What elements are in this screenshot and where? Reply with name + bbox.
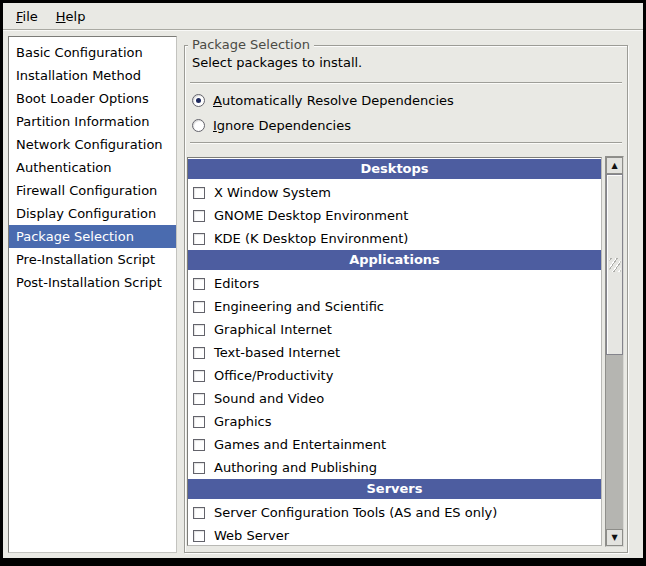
package-row[interactable]: Graphics <box>188 410 601 433</box>
window-body: File Help Basic Configuration Installati… <box>3 3 643 558</box>
package-row[interactable]: Editors <box>188 272 601 295</box>
package-row[interactable]: KDE (K Desktop Environment) <box>188 227 601 250</box>
package-label: Editors <box>214 276 259 291</box>
package-label: Graphical Internet <box>214 322 332 337</box>
package-label: Web Server <box>214 528 289 543</box>
sidebar-item-authentication[interactable]: Authentication <box>9 156 176 179</box>
menu-help[interactable]: Help <box>47 6 95 27</box>
radio-label: Ignore Dependencies <box>213 118 351 133</box>
package-label: Graphics <box>214 414 271 429</box>
package-row[interactable]: Server Configuration Tools (AS and ES on… <box>188 501 601 524</box>
checkbox-icon[interactable] <box>193 278 205 290</box>
package-label: KDE (K Desktop Environment) <box>214 231 408 246</box>
separator <box>190 82 622 84</box>
package-row[interactable]: Engineering and Scientific <box>188 295 601 318</box>
scrollbar-track[interactable] <box>606 174 623 529</box>
menu-file[interactable]: File <box>7 6 47 27</box>
checkbox-icon[interactable] <box>193 370 205 382</box>
package-group-list: Desktops X Window System GNOME Desktop E… <box>187 157 602 546</box>
checkbox-icon[interactable] <box>193 324 205 336</box>
scroll-down-button[interactable]: ▼ <box>606 529 623 546</box>
checkbox-icon[interactable] <box>193 347 205 359</box>
checkbox-icon[interactable] <box>193 233 205 245</box>
radio-button-icon[interactable] <box>192 119 205 132</box>
sidebar-item-pre-installation-script[interactable]: Pre-Installation Script <box>9 248 176 271</box>
package-row[interactable]: Text-based Internet <box>188 341 601 364</box>
section-header-desktops: Desktops <box>188 159 601 179</box>
down-arrow-icon: ▼ <box>611 534 617 542</box>
frame-title: Package Selection <box>188 37 314 52</box>
package-label: Engineering and Scientific <box>214 299 384 314</box>
scrollbar-grip-icon <box>609 258 620 272</box>
sidebar-item-network-configuration[interactable]: Network Configuration <box>9 133 176 156</box>
checkbox-icon[interactable] <box>193 416 205 428</box>
sidebar-item-package-selection[interactable]: Package Selection <box>9 225 176 248</box>
config-section-list: Basic Configuration Installation Method … <box>8 36 177 553</box>
checkbox-icon[interactable] <box>193 301 205 313</box>
sidebar-item-basic-configuration[interactable]: Basic Configuration <box>9 41 176 64</box>
scroll-up-button[interactable]: ▲ <box>606 157 623 174</box>
package-row[interactable]: X Window System <box>188 181 601 204</box>
radio-auto-resolve-dependencies[interactable]: Automatically Resolve Dependencies <box>192 90 454 110</box>
section-header-applications: Applications <box>188 250 601 270</box>
package-label: X Window System <box>214 185 331 200</box>
package-row[interactable]: Authoring and Publishing <box>188 456 601 479</box>
radio-button-icon[interactable] <box>192 94 205 107</box>
checkbox-icon[interactable] <box>193 439 205 451</box>
checkbox-icon[interactable] <box>193 507 205 519</box>
package-label: Text-based Internet <box>214 345 340 360</box>
instruction-text: Select packages to install. <box>192 55 362 70</box>
package-row[interactable]: Games and Entertainment <box>188 433 601 456</box>
package-selection-frame: Package Selection Select packages to ins… <box>184 45 628 553</box>
sidebar-item-display-configuration[interactable]: Display Configuration <box>9 202 176 225</box>
sidebar-item-boot-loader-options[interactable]: Boot Loader Options <box>9 87 176 110</box>
section-header-servers: Servers <box>188 479 601 499</box>
up-arrow-icon: ▲ <box>611 162 617 170</box>
package-row[interactable]: GNOME Desktop Environment <box>188 204 601 227</box>
scrollbar-thumb[interactable] <box>606 174 623 355</box>
checkbox-icon[interactable] <box>193 210 205 222</box>
package-label: Authoring and Publishing <box>214 460 377 475</box>
sidebar-item-partition-information[interactable]: Partition Information <box>9 110 176 133</box>
checkbox-icon[interactable] <box>193 393 205 405</box>
package-label: Server Configuration Tools (AS and ES on… <box>214 505 497 520</box>
radio-label: Automatically Resolve Dependencies <box>213 93 454 108</box>
package-row[interactable]: Office/Productivity <box>188 364 601 387</box>
package-label: Office/Productivity <box>214 368 333 383</box>
sidebar-item-firewall-configuration[interactable]: Firewall Configuration <box>9 179 176 202</box>
sidebar-item-post-installation-script[interactable]: Post-Installation Script <box>9 271 176 294</box>
package-label: Sound and Video <box>214 391 324 406</box>
sidebar-item-installation-method[interactable]: Installation Method <box>9 64 176 87</box>
checkbox-icon[interactable] <box>193 187 205 199</box>
package-label: Games and Entertainment <box>214 437 386 452</box>
menu-bar: File Help <box>3 3 643 30</box>
separator <box>190 142 622 144</box>
package-row[interactable]: Sound and Video <box>188 387 601 410</box>
checkbox-icon[interactable] <box>193 462 205 474</box>
radio-ignore-dependencies[interactable]: Ignore Dependencies <box>192 115 351 135</box>
package-row[interactable]: Web Server <box>188 524 601 546</box>
package-label: GNOME Desktop Environment <box>214 208 408 223</box>
application-window: File Help Basic Configuration Installati… <box>0 0 646 566</box>
package-row[interactable]: Graphical Internet <box>188 318 601 341</box>
checkbox-icon[interactable] <box>193 530 205 542</box>
vertical-scrollbar[interactable]: ▲ ▼ <box>605 156 624 547</box>
